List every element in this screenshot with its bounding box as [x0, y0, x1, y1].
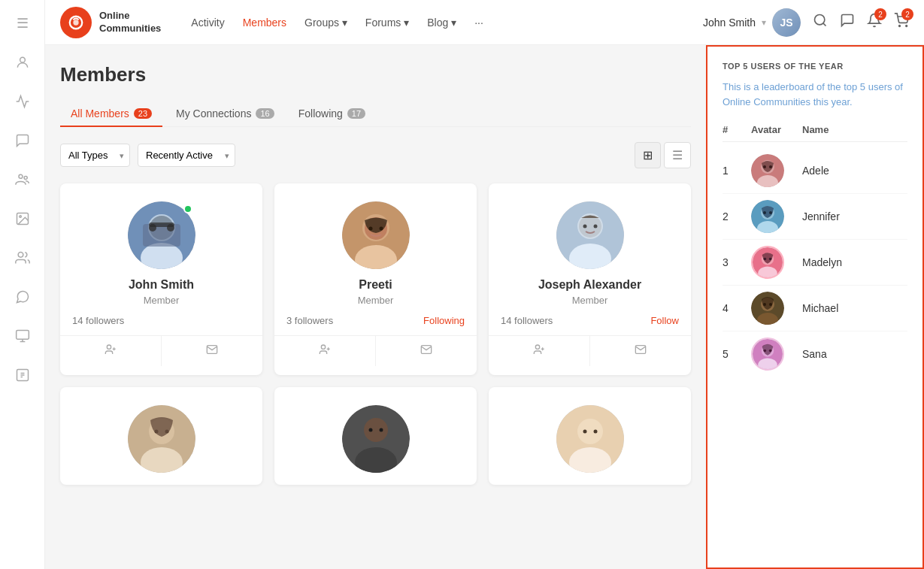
sidebar-report-icon[interactable] [11, 363, 35, 387]
user-name: John Smith [703, 17, 756, 29]
rank-number: 3 [723, 256, 745, 268]
svg-point-44 [593, 225, 597, 229]
logo-text: Online Communities [99, 10, 161, 35]
member-avatar [556, 201, 624, 269]
logo[interactable]: Online Communities [60, 7, 161, 38]
svg-point-77 [769, 258, 772, 261]
member-avatar [342, 201, 410, 269]
member-card [274, 387, 477, 485]
add-connection-button[interactable] [60, 336, 161, 366]
lb-name: Madelyn [802, 256, 907, 268]
rank-number: 1 [723, 165, 745, 177]
svg-point-67 [769, 165, 772, 168]
grid-view-button[interactable]: ⊞ [635, 142, 661, 168]
followers-count: 3 followers [286, 315, 333, 326]
sidebar-people-icon[interactable] [11, 246, 35, 270]
followers-count: 14 followers [72, 315, 124, 326]
tab-following[interactable]: Following 17 [288, 101, 376, 127]
sidebar-message-icon[interactable] [11, 129, 35, 153]
svg-point-57 [379, 428, 383, 432]
member-actions [274, 335, 477, 366]
members-section: Members All Members 23 My Connections 16… [45, 45, 706, 569]
sidebar-chat-icon[interactable] [11, 285, 35, 309]
member-avatar-wrap [128, 201, 195, 269]
member-card [489, 387, 691, 485]
user-info[interactable]: John Smith ▾ JS [703, 8, 801, 37]
add-connection-button[interactable] [274, 336, 375, 366]
svg-point-66 [763, 165, 766, 168]
leaderboard-row[interactable]: 2 Jennifer [723, 194, 907, 240]
svg-point-15 [815, 15, 825, 25]
svg-rect-23 [143, 224, 180, 247]
svg-point-36 [321, 345, 325, 349]
member-name: Preeti [286, 278, 465, 292]
members-grid: John Smith Member 14 followers [60, 183, 691, 485]
member-avatar-wrap [556, 201, 624, 269]
tab-all-members[interactable]: All Members 23 [60, 101, 162, 127]
sidebar-menu-icon[interactable]: ☰ [11, 11, 35, 35]
sidebar-image-icon[interactable] [11, 207, 35, 231]
messages-icon[interactable] [840, 13, 855, 32]
member-role: Member [72, 295, 250, 306]
col-name: Name [802, 124, 907, 135]
list-view-button[interactable]: ☰ [664, 142, 691, 168]
sidebar-monitor-icon[interactable] [11, 324, 35, 348]
followers-count: 14 followers [501, 315, 553, 326]
svg-point-45 [535, 345, 539, 349]
leaderboard-row[interactable]: 4 Michael [723, 286, 907, 331]
svg-point-59 [577, 419, 603, 444]
sidebar-person-icon[interactable] [11, 50, 35, 74]
nav-blog[interactable]: Blog ▾ [427, 17, 456, 29]
svg-rect-6 [16, 331, 29, 340]
svg-point-62 [593, 430, 597, 434]
following-button[interactable]: Following [423, 315, 465, 326]
member-avatar [342, 405, 410, 473]
notifications-icon[interactable]: 2 [867, 13, 882, 32]
leaderboard-row[interactable]: 3 Madelyn [723, 240, 907, 286]
user-avatar: JS [772, 8, 801, 37]
col-avatar: Avatar [751, 124, 796, 135]
member-stats: 14 followers [72, 315, 250, 326]
col-rank: # [723, 124, 745, 135]
nav-links: Activity Members Groups ▾ Forums ▾ Blog … [191, 17, 680, 29]
navbar: Online Communities Activity Members Grou… [45, 0, 924, 45]
type-filter[interactable]: All Types [60, 144, 130, 167]
sidebar-activity-icon[interactable] [11, 89, 35, 113]
svg-point-4 [19, 216, 20, 218]
search-icon[interactable] [813, 13, 828, 32]
leaderboard-row[interactable]: 1 Adele [723, 148, 907, 194]
nav-activity[interactable]: Activity [191, 17, 224, 29]
panel-title: TOP 5 USERS OF THE YEAR [723, 62, 907, 71]
nav-forums[interactable]: Forums ▾ [365, 17, 409, 29]
send-message-button[interactable] [590, 336, 691, 366]
leaderboard-panel: TOP 5 USERS OF THE YEAR This is a leader… [706, 45, 924, 569]
member-name: John Smith [72, 278, 250, 292]
add-connection-button[interactable] [489, 336, 589, 366]
leaderboard-row[interactable]: 5 Sana [723, 331, 907, 377]
svg-point-5 [18, 253, 23, 258]
nav-members[interactable]: Members [243, 17, 286, 29]
tab-my-connections[interactable]: My Connections 16 [165, 101, 285, 127]
follow-button[interactable]: Follow [650, 315, 679, 326]
nav-groups[interactable]: Groups ▾ [304, 17, 347, 29]
leaderboard-table: # Avatar Name 1 Adele 2 [723, 124, 907, 377]
lb-avatar [751, 154, 784, 187]
send-message-button[interactable] [162, 336, 262, 366]
svg-point-56 [368, 428, 372, 432]
cart-icon[interactable]: 2 [894, 13, 909, 32]
svg-point-76 [764, 258, 767, 261]
member-card: Preeti Member 3 followers Following [274, 183, 477, 375]
member-actions [60, 335, 262, 366]
nav-more[interactable]: ··· [474, 17, 483, 29]
svg-point-17 [899, 26, 901, 27]
member-stats: 14 followers Follow [501, 315, 679, 326]
notifications-badge: 2 [874, 8, 886, 20]
online-status [183, 204, 192, 213]
send-message-button[interactable] [376, 336, 477, 366]
rank-number: 4 [723, 302, 745, 314]
sort-filter[interactable]: Recently Active [138, 144, 235, 167]
svg-point-35 [379, 227, 383, 231]
sidebar-group-icon[interactable] [11, 168, 35, 192]
svg-line-16 [823, 23, 826, 26]
member-name: Joseph Alexander [501, 278, 679, 292]
